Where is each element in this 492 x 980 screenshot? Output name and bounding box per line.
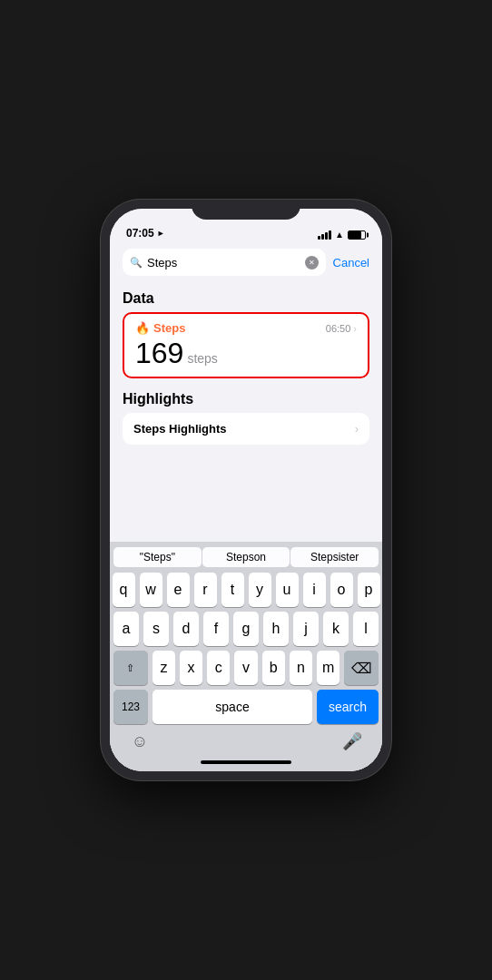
- key-z[interactable]: z: [153, 651, 175, 685]
- key-y[interactable]: y: [249, 573, 271, 607]
- key-h[interactable]: h: [263, 612, 289, 646]
- data-value-unit: steps: [187, 351, 217, 366]
- search-icon: 🔍: [130, 257, 143, 269]
- key-w[interactable]: w: [140, 573, 162, 607]
- data-card-title: Steps: [153, 321, 185, 335]
- autocorrect-row: "Steps" Stepson Stepsister: [113, 547, 379, 567]
- keyboard: "Steps" Stepson Stepsister q w e r t y u: [110, 542, 382, 771]
- notch: [192, 200, 300, 220]
- autocorrect-item-1[interactable]: "Steps": [113, 547, 202, 567]
- data-section-header: Data: [123, 290, 369, 307]
- key-row-2: a s d f g h j k l: [113, 612, 379, 646]
- key-l[interactable]: l: [353, 612, 379, 646]
- key-s[interactable]: s: [143, 612, 169, 646]
- search-key-label: search: [329, 700, 367, 714]
- key-g[interactable]: g: [233, 612, 259, 646]
- key-f[interactable]: f: [203, 612, 229, 646]
- emoji-mic-row: ☺ 🎤: [113, 724, 379, 759]
- key-e[interactable]: e: [167, 573, 190, 607]
- data-card-header: 🔥 Steps 06:50 ›: [135, 321, 357, 335]
- navigation-icon: ►: [157, 229, 165, 238]
- key-a[interactable]: a: [113, 612, 139, 646]
- key-p[interactable]: p: [358, 573, 380, 607]
- key-row-3: ⇧ z x c v b n m ⌫: [113, 651, 379, 685]
- status-time: 07:05 ►: [126, 227, 165, 240]
- search-key[interactable]: search: [317, 690, 379, 724]
- shift-key[interactable]: ⇧: [113, 651, 148, 685]
- data-card-time-row: 06:50 ›: [326, 323, 357, 334]
- cancel-button[interactable]: Cancel: [333, 256, 369, 270]
- highlights-card[interactable]: Steps Highlights ›: [123, 413, 369, 445]
- data-card-value-row: 169 steps: [135, 338, 357, 368]
- numbers-key[interactable]: 123: [113, 690, 148, 724]
- data-card-time: 06:50: [326, 323, 351, 334]
- key-n[interactable]: n: [290, 651, 312, 685]
- bottom-row: 123 space search: [113, 690, 379, 724]
- key-b[interactable]: b: [262, 651, 285, 685]
- key-r[interactable]: r: [194, 573, 217, 607]
- key-d[interactable]: d: [173, 612, 199, 646]
- phone-screen: 07:05 ► ▲ 🔍: [110, 209, 382, 771]
- mic-key[interactable]: 🎤: [337, 726, 368, 757]
- key-t[interactable]: t: [221, 573, 244, 607]
- chevron-right-small-icon: ›: [353, 323, 357, 334]
- space-key-label: space: [215, 700, 249, 714]
- scroll-area: Data 🔥 Steps 06:50 › 169: [110, 281, 382, 542]
- emoji-key[interactable]: ☺: [124, 726, 155, 757]
- key-q[interactable]: q: [113, 573, 135, 607]
- key-rows: q w e r t y u i o p a s: [113, 573, 379, 685]
- signal-icon: [318, 230, 331, 240]
- status-icons: ▲: [318, 230, 366, 240]
- key-m[interactable]: m: [317, 651, 339, 685]
- numbers-key-label: 123: [122, 701, 140, 713]
- key-row-1: q w e r t y u i o p: [113, 573, 379, 607]
- highlights-label: Steps Highlights: [133, 422, 227, 436]
- highlights-row: Steps Highlights ›: [123, 413, 369, 445]
- key-o[interactable]: o: [330, 573, 353, 607]
- key-c[interactable]: c: [207, 651, 230, 685]
- flame-icon: 🔥: [135, 321, 150, 335]
- autocorrect-item-3[interactable]: Stepsister: [290, 547, 379, 567]
- time-text: 07:05: [126, 227, 154, 240]
- space-key[interactable]: space: [153, 690, 312, 724]
- data-card-title-row: 🔥 Steps: [135, 321, 185, 335]
- key-v[interactable]: v: [234, 651, 257, 685]
- content-area: 🔍 Steps ✕ Cancel Data 🔥 Steps: [110, 243, 382, 771]
- search-query: Steps: [147, 256, 300, 270]
- autocorrect-item-2[interactable]: Stepson: [202, 547, 290, 567]
- chevron-right-icon: ›: [355, 422, 359, 436]
- clear-button[interactable]: ✕: [305, 256, 319, 270]
- key-u[interactable]: u: [276, 573, 299, 607]
- highlights-section-header: Highlights: [123, 391, 369, 407]
- key-k[interactable]: k: [323, 612, 349, 646]
- data-value-large: 169: [135, 338, 183, 368]
- key-j[interactable]: j: [293, 612, 319, 646]
- search-bar-row: 🔍 Steps ✕ Cancel: [110, 243, 382, 281]
- home-indicator: [201, 760, 291, 764]
- data-card[interactable]: 🔥 Steps 06:50 › 169 steps: [123, 312, 369, 378]
- delete-key[interactable]: ⌫: [344, 651, 379, 685]
- phone-frame: 07:05 ► ▲ 🔍: [101, 200, 391, 780]
- wifi-icon: ▲: [335, 230, 344, 240]
- key-x[interactable]: x: [180, 651, 202, 685]
- key-i[interactable]: i: [303, 573, 326, 607]
- battery-icon: [348, 230, 366, 240]
- search-field[interactable]: 🔍 Steps ✕: [123, 249, 326, 276]
